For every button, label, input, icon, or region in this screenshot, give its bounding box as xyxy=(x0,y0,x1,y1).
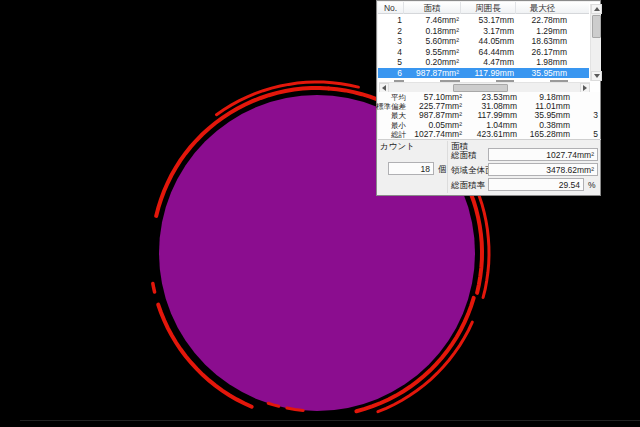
cell-max-diameter: 22.78mm xyxy=(516,15,567,26)
count-group-label: カウント xyxy=(380,141,415,153)
cell-perimeter: 3.17mm xyxy=(461,26,514,37)
cell-max-diameter: 1.98mm xyxy=(516,57,567,68)
cell-no: 6 xyxy=(378,68,402,79)
stat-label: 最小 xyxy=(374,121,406,130)
results-table: No. 面積 周囲長 最大径 1 7.46mm² 53.17mm 22.78mm… xyxy=(378,2,600,92)
column-header-area[interactable]: 面積 xyxy=(404,2,461,14)
cell-no: 3 xyxy=(378,36,402,47)
cell-no: 1 xyxy=(378,15,402,26)
stat-label: 標準偏差 xyxy=(374,102,406,111)
scroll-down-icon xyxy=(594,74,600,78)
cell-no: 5 xyxy=(378,57,402,68)
whole-region-area-field[interactable]: 3478.62mm² xyxy=(488,163,598,176)
cell-max-diameter: 35.95mm xyxy=(516,68,567,79)
table-row[interactable]: 4 9.55mm² 64.44mm 26.17mm xyxy=(378,47,589,58)
horizontal-scrollbar-thumb[interactable] xyxy=(453,84,508,92)
column-header-perimeter[interactable]: 周囲長 xyxy=(461,2,516,14)
stat-row-total: 総計 1027.74mm² 423.61mm 165.28mm 5 xyxy=(378,130,600,139)
area-ratio-unit-label: % xyxy=(588,180,596,190)
count-field[interactable]: 18 xyxy=(388,162,434,175)
statistics-section: 平均 57.10mm² 23.53mm 9.18mm 標準偏差 225.77mm… xyxy=(378,92,600,139)
cell-perimeter: 44.05mm xyxy=(461,36,514,47)
total-area-label: 総面積 xyxy=(451,150,477,162)
cell-max-diameter: 18.63mm xyxy=(516,36,567,47)
cell-max-diameter: 26.17mm xyxy=(516,47,567,58)
column-header-max-diameter[interactable]: 最大径 xyxy=(516,2,569,14)
area-ratio-label: 総面積率 xyxy=(451,180,485,192)
cell-perimeter: 4.47mm xyxy=(461,57,514,68)
cell-max-diameter: 1.29mm xyxy=(516,26,567,37)
measurement-panel: No. 面積 周囲長 最大径 1 7.46mm² 53.17mm 22.78mm… xyxy=(376,0,601,196)
application-window: No. 面積 周囲長 最大径 1 7.46mm² 53.17mm 22.78mm… xyxy=(0,0,640,427)
stat-extra xyxy=(570,93,598,102)
cell-no: 4 xyxy=(378,47,402,58)
stat-area: 1027.74mm² xyxy=(410,130,462,139)
stat-perimeter: 423.61mm xyxy=(462,130,517,139)
total-area-field[interactable]: 1027.74mm² xyxy=(488,148,598,161)
section-divider xyxy=(378,139,601,140)
stat-extra: 5 xyxy=(570,130,598,139)
table-row[interactable]: 5 0.20mm² 4.47mm 1.98mm xyxy=(378,57,589,68)
cell-area: 7.46mm² xyxy=(404,15,459,26)
scroll-up-button[interactable] xyxy=(591,4,602,14)
horizontal-scrollbar[interactable] xyxy=(379,82,590,92)
vertical-scrollbar-thumb[interactable] xyxy=(592,15,601,38)
cell-no: 2 xyxy=(378,26,402,37)
cell-area: 987.87mm² xyxy=(404,68,459,79)
table-header: No. 面積 周囲長 最大径 xyxy=(378,2,589,14)
column-header-no[interactable]: No. xyxy=(378,2,404,14)
stat-max-diameter: 165.28mm xyxy=(517,130,570,139)
cell-area: 0.20mm² xyxy=(404,57,459,68)
table-row[interactable]: 1 7.46mm² 53.17mm 22.78mm xyxy=(378,15,589,26)
cell-area: 0.18mm² xyxy=(404,26,459,37)
cell-perimeter: 117.99mm xyxy=(461,68,514,79)
table-row[interactable]: 2 0.18mm² 3.17mm 1.29mm xyxy=(378,26,589,37)
stat-label: 総計 xyxy=(374,130,406,139)
stat-extra: 3 xyxy=(570,111,598,120)
scroll-left-icon xyxy=(382,85,386,91)
vertical-scrollbar[interactable] xyxy=(590,4,601,81)
scroll-down-button[interactable] xyxy=(591,71,602,81)
cell-area: 9.55mm² xyxy=(404,47,459,58)
window-edge-line xyxy=(20,420,640,421)
stat-label: 平均 xyxy=(374,93,406,102)
group-divider xyxy=(447,141,448,193)
stat-label: 最大 xyxy=(374,111,406,120)
scroll-right-icon xyxy=(583,85,587,91)
cell-perimeter: 64.44mm xyxy=(461,47,514,58)
area-ratio-field[interactable]: 29.54 xyxy=(488,178,584,191)
cell-perimeter: 53.17mm xyxy=(461,15,514,26)
count-unit-label: 個 xyxy=(438,164,447,176)
table-row[interactable]: 3 5.60mm² 44.05mm 18.63mm xyxy=(378,36,589,47)
scroll-up-icon xyxy=(594,7,600,11)
table-row-selected[interactable]: 6 987.87mm² 117.99mm 35.95mm xyxy=(378,68,589,79)
cell-area: 5.60mm² xyxy=(404,36,459,47)
